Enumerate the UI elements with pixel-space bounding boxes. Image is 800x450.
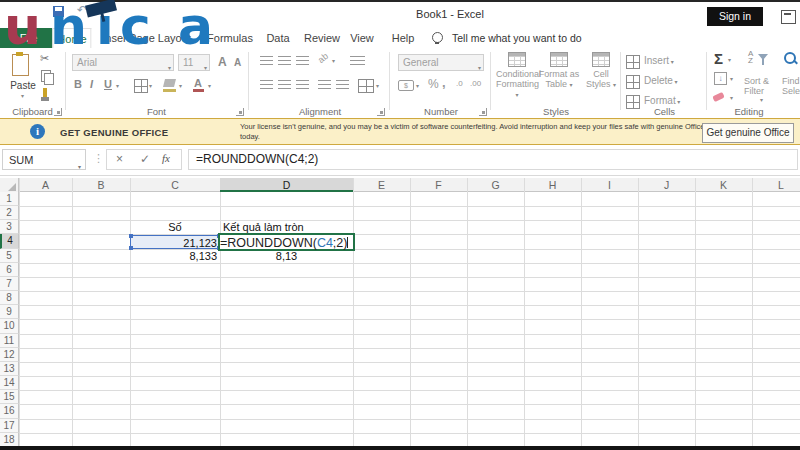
reference-handle[interactable]: [129, 234, 133, 238]
font-color-button[interactable]: A: [194, 77, 202, 89]
column-header-E[interactable]: E: [353, 178, 410, 192]
fill-color-icon[interactable]: [163, 79, 176, 87]
tab-formulas[interactable]: Formulas: [203, 28, 257, 48]
fill-color-dropdown-icon[interactable]: ▾: [179, 82, 182, 89]
column-header-D[interactable]: D: [220, 178, 353, 192]
align-bottom-icon[interactable]: [296, 56, 309, 65]
cell-styles-button[interactable]: Cell Styles ▾: [580, 50, 622, 90]
autosum-button[interactable]: Σ: [714, 50, 723, 67]
italic-button[interactable]: I: [90, 78, 93, 90]
row-header-15[interactable]: 15: [0, 390, 19, 404]
row-header-7[interactable]: 7: [0, 277, 19, 291]
increase-indent-icon[interactable]: [336, 80, 349, 89]
formula-input[interactable]: =ROUNDDOWN(C4;2): [188, 149, 798, 170]
enter-icon[interactable]: ✓: [140, 152, 150, 166]
column-header-H[interactable]: H: [524, 178, 581, 192]
font-dialog-launcher-icon[interactable]: [236, 108, 244, 116]
align-top-icon[interactable]: [260, 56, 273, 65]
format-as-table-button[interactable]: Format as Table ▾: [538, 50, 580, 90]
row-header-10[interactable]: 10: [0, 319, 19, 333]
increase-decimal-button[interactable]: .0: [456, 79, 463, 88]
column-header-I[interactable]: I: [581, 178, 638, 192]
font-name-combo[interactable]: Arial ▾: [72, 54, 174, 71]
format-painter-icon[interactable]: [43, 88, 47, 97]
column-header-L[interactable]: L: [752, 178, 800, 192]
font-size-combo[interactable]: 11 ▾: [178, 54, 210, 71]
sign-in-button[interactable]: Sign in: [707, 7, 763, 26]
clear-dropdown-icon[interactable]: ▾: [730, 94, 733, 101]
accounting-format-icon[interactable]: $: [398, 80, 414, 91]
cell-C4-reference-highlight[interactable]: 21,123: [130, 235, 220, 250]
fill-icon[interactable]: ↓: [714, 72, 727, 85]
tab-view[interactable]: View: [346, 28, 378, 48]
row-header-5[interactable]: 5: [0, 249, 19, 263]
percent-style-button[interactable]: %: [428, 77, 439, 91]
row-header-8[interactable]: 8: [0, 291, 19, 305]
column-header-A[interactable]: A: [19, 178, 72, 192]
cell-C5[interactable]: 8,133: [130, 249, 220, 263]
borders-icon[interactable]: [134, 79, 148, 93]
decrease-indent-icon[interactable]: [318, 80, 331, 89]
tab-review[interactable]: Review: [300, 28, 344, 48]
align-center-icon[interactable]: [278, 80, 291, 89]
undo-icon[interactable]: ↶: [77, 3, 87, 17]
tab-home[interactable]: Home: [52, 28, 91, 49]
cell-D4-edit-box[interactable]: =ROUNDDOWN(C4;2): [218, 233, 355, 252]
row-header-12[interactable]: 12: [0, 348, 19, 362]
number-dialog-launcher-icon[interactable]: [479, 108, 487, 116]
ribbon-display-options-icon[interactable]: [781, 10, 796, 24]
conditional-formatting-button[interactable]: Conditional Formatting ▾: [496, 50, 538, 100]
row-header-13[interactable]: 13: [0, 362, 19, 376]
tab-data[interactable]: Data: [262, 28, 293, 48]
row-header-9[interactable]: 9: [0, 305, 19, 319]
underline-dropdown-icon[interactable]: ▾: [116, 82, 119, 89]
alignment-dialog-launcher-icon[interactable]: [377, 108, 385, 116]
font-color-dropdown-icon[interactable]: ▾: [208, 82, 211, 89]
wrap-text-icon[interactable]: [350, 56, 365, 65]
cut-icon[interactable]: ✂: [40, 52, 49, 65]
decrease-decimal-button[interactable]: .00: [470, 79, 481, 88]
bold-button[interactable]: B: [74, 78, 82, 90]
row-header-17[interactable]: 17: [0, 419, 19, 433]
row-header-3[interactable]: 3: [0, 220, 19, 234]
underline-button[interactable]: U: [104, 78, 112, 90]
tab-page-layout[interactable]: Page Layout: [125, 28, 195, 48]
merge-center-dropdown-icon[interactable]: ▾: [376, 82, 379, 89]
align-left-icon[interactable]: [260, 80, 273, 89]
insert-function-icon[interactable]: fx: [162, 152, 170, 164]
copy-icon[interactable]: [41, 70, 51, 82]
save-icon[interactable]: [53, 6, 64, 17]
orientation-dropdown-icon[interactable]: ▾: [332, 57, 335, 64]
shrink-font-button[interactable]: A: [234, 57, 241, 68]
merge-center-icon[interactable]: [358, 79, 374, 93]
redo-icon[interactable]: ↷: [101, 3, 111, 17]
row-header-6[interactable]: 6: [0, 263, 19, 277]
tab-help[interactable]: Help: [388, 28, 419, 48]
align-middle-icon[interactable]: [278, 56, 291, 65]
column-header-K[interactable]: K: [695, 178, 752, 192]
select-all-corner[interactable]: [0, 178, 19, 192]
orientation-icon[interactable]: ab: [316, 51, 330, 65]
column-header-J[interactable]: J: [638, 178, 695, 192]
insert-button[interactable]: Insert ▾: [626, 54, 704, 70]
row-header-11[interactable]: 11: [0, 334, 19, 348]
row-header-16[interactable]: 16: [0, 404, 19, 418]
delete-button[interactable]: Delete ▾: [626, 74, 704, 90]
column-header-B[interactable]: B: [72, 178, 130, 192]
sort-filter-button[interactable]: Sort & Filter: [744, 76, 780, 96]
row-header-2[interactable]: 2: [0, 206, 19, 220]
cell-C3[interactable]: Số: [130, 220, 220, 234]
comma-style-button[interactable]: ,: [442, 75, 446, 90]
row-header-1[interactable]: 1: [0, 192, 19, 206]
align-right-icon[interactable]: [296, 80, 309, 89]
tab-file[interactable]: File: [0, 28, 57, 48]
grow-font-button[interactable]: A: [218, 55, 227, 69]
autosum-dropdown-icon[interactable]: ▾: [728, 56, 731, 63]
find-select-button[interactable]: Find & Select: [782, 76, 800, 96]
get-genuine-office-button[interactable]: Get genuine Office: [702, 123, 794, 143]
reference-handle[interactable]: [129, 246, 133, 250]
accounting-dropdown-icon[interactable]: ▾: [416, 82, 419, 89]
row-header-14[interactable]: 14: [0, 376, 19, 390]
cancel-icon[interactable]: ×: [116, 152, 123, 166]
clear-icon[interactable]: [712, 92, 725, 102]
